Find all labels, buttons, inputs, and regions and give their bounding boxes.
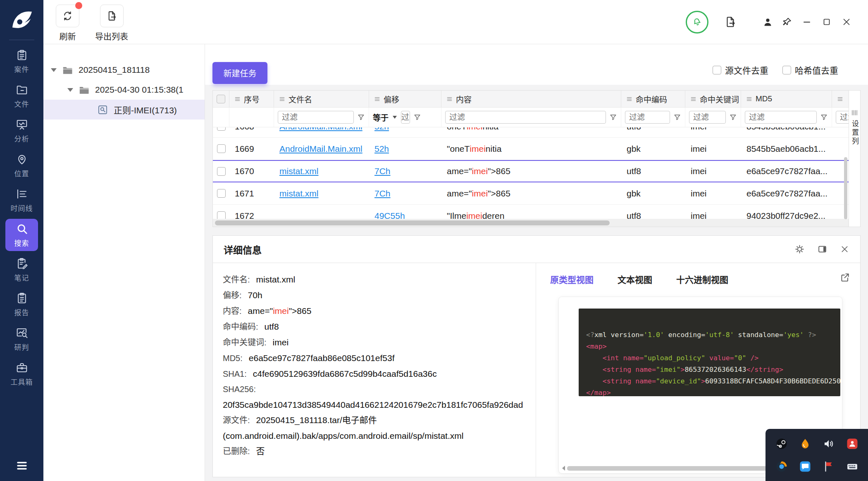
table-row[interactable]: 1670mistat.xml7Chame="imei">865utf8imeie… bbox=[213, 160, 849, 182]
filename-link[interactable]: AndroidMail.Main.xml bbox=[279, 127, 362, 132]
column-header-1[interactable]: 序号 bbox=[229, 91, 274, 107]
security-shield-icon bbox=[846, 438, 858, 450]
viewer-tab-2[interactable]: 十六进制视图 bbox=[676, 273, 728, 285]
sidebar-item-search[interactable]: 搜索 bbox=[5, 219, 38, 251]
row-checkbox[interactable] bbox=[217, 189, 226, 198]
row-select-cell bbox=[213, 205, 229, 220]
steam-tray-button[interactable] bbox=[775, 438, 788, 450]
column-header-2[interactable]: 文件名 bbox=[274, 91, 369, 107]
scrollbar-thumb[interactable] bbox=[215, 220, 610, 225]
offset-link[interactable]: 52h bbox=[374, 127, 389, 132]
filter-cell-keyword bbox=[685, 108, 741, 127]
filename-link[interactable]: AndroidMail.Main.xml bbox=[279, 144, 362, 154]
table-row[interactable]: 1668AndroidMail.Main.xml52honeTimeinitia… bbox=[213, 127, 849, 138]
viewer-tab-0[interactable]: 原类型视图 bbox=[550, 273, 594, 285]
filename-link[interactable]: mistat.xml bbox=[279, 166, 319, 176]
sidebar-item-research[interactable]: 研判 bbox=[5, 323, 38, 355]
sidebar-item-report[interactable]: 报告 bbox=[5, 288, 38, 321]
viewer-tab-1[interactable]: 文本视图 bbox=[618, 273, 652, 285]
table-row[interactable]: 1669AndroidMail.Main.xml52h"oneTimeiniti… bbox=[213, 138, 849, 160]
column-header-4[interactable]: 内容 bbox=[441, 91, 621, 107]
filename-filter-input[interactable] bbox=[278, 111, 354, 124]
export-file-button[interactable] bbox=[724, 16, 737, 28]
export-list-button[interactable]: 导出列表 bbox=[95, 5, 128, 44]
sidebar-item-toolbox[interactable]: 工具箱 bbox=[5, 358, 38, 390]
keyword-highlight: imei bbox=[470, 144, 486, 154]
row-checkbox[interactable] bbox=[217, 127, 226, 131]
tree-item[interactable]: 2025-04-30 01:15:38(1 bbox=[43, 80, 205, 100]
row-md5: 94023b0ff27dc9e2... bbox=[741, 205, 832, 220]
caret-down-icon[interactable] bbox=[51, 68, 57, 72]
row-checkbox[interactable] bbox=[217, 167, 226, 176]
sidebar-item-location[interactable]: 位置 bbox=[5, 149, 38, 182]
open-external-button[interactable] bbox=[839, 272, 850, 285]
sidebar-item-case[interactable]: 案件 bbox=[5, 45, 38, 77]
close-button[interactable] bbox=[842, 17, 851, 27]
detail-field: MD5:e6a5ce97c7827faab86e085c101ef53f bbox=[223, 350, 527, 366]
detail-field-label: 偏移: bbox=[223, 291, 242, 300]
maximize-button[interactable] bbox=[822, 17, 832, 27]
row-checkbox[interactable] bbox=[217, 144, 226, 153]
table-row[interactable]: 167249C55h"Ilmeimeiderenutf8imei94023b0f… bbox=[213, 205, 849, 220]
panel-toggle-icon[interactable] bbox=[817, 244, 827, 254]
offset-link[interactable]: 7Ch bbox=[374, 189, 391, 199]
tree-item-label: 2025-04-30 01:15:38(1 bbox=[95, 85, 184, 95]
refresh-button[interactable]: 刷新 bbox=[56, 5, 79, 44]
md5-filter-input[interactable] bbox=[745, 111, 817, 124]
column-header-3[interactable]: 偏移 bbox=[369, 91, 441, 107]
offset-link[interactable]: 52h bbox=[374, 144, 389, 154]
column-header-6[interactable]: 命中关键词 bbox=[685, 91, 741, 107]
flag-tray-button[interactable] bbox=[823, 460, 835, 473]
sidebar-item-analysis[interactable]: 分析 bbox=[5, 115, 38, 147]
table-row[interactable]: 1671mistat.xml7Chame="imei">865gbkimeie6… bbox=[213, 182, 849, 205]
encoding-filter-input[interactable] bbox=[625, 111, 670, 124]
close-detail-icon[interactable] bbox=[840, 244, 849, 254]
chat-app-tray-button[interactable] bbox=[799, 460, 811, 473]
offset-operator-dropdown[interactable]: 等于 bbox=[373, 112, 389, 123]
new-task-button[interactable]: 新建任务 bbox=[212, 62, 267, 84]
dropdown-caret-icon bbox=[393, 116, 397, 119]
extra-filter-input[interactable] bbox=[836, 111, 849, 124]
tree-item[interactable]: 正则-IMEI(1713) bbox=[43, 100, 205, 120]
row-filename: mistat.xml bbox=[274, 161, 369, 182]
pin-window-button[interactable] bbox=[782, 17, 792, 27]
menu-button[interactable] bbox=[0, 459, 43, 472]
minimize-button[interactable] bbox=[802, 17, 812, 27]
row-extra bbox=[832, 127, 849, 137]
keyboard-tray-button[interactable] bbox=[846, 460, 858, 473]
column-header-extra[interactable] bbox=[832, 91, 849, 107]
content-filter-input[interactable] bbox=[445, 111, 606, 124]
notification-bell-button[interactable] bbox=[686, 11, 708, 34]
filter-funnel-icon bbox=[820, 113, 828, 121]
detail-field-value: utf8 bbox=[265, 322, 279, 331]
volume-tray-button[interactable] bbox=[823, 438, 835, 450]
keyword-filter-input[interactable] bbox=[689, 111, 726, 124]
security-shield-tray-button[interactable] bbox=[846, 438, 858, 450]
column-header-5[interactable]: 命中编码 bbox=[621, 91, 685, 107]
dedup-hash-checkbox[interactable]: 哈希值去重 bbox=[782, 64, 838, 76]
tree-item[interactable]: 20250415_181118 bbox=[43, 60, 205, 80]
row-index: 1672 bbox=[229, 205, 274, 220]
column-settings-tab[interactable]: 设置列 bbox=[849, 91, 860, 227]
caret-down-icon[interactable] bbox=[67, 88, 73, 92]
dedup-source-checkbox[interactable]: 源文件去重 bbox=[713, 64, 768, 76]
vertical-scrollbar[interactable] bbox=[844, 157, 847, 219]
sidebar-item-notes[interactable]: 笔记 bbox=[5, 254, 38, 286]
row-content: ame="imei">865 bbox=[441, 182, 621, 204]
horizontal-scrollbar[interactable] bbox=[213, 219, 849, 227]
offset-filter-input[interactable] bbox=[401, 111, 410, 124]
sidebar-item-timeline[interactable]: 时间线 bbox=[5, 184, 38, 216]
drop-tray-button[interactable] bbox=[799, 438, 811, 450]
offset-link[interactable]: 7Ch bbox=[374, 166, 391, 176]
select-all-checkbox[interactable] bbox=[217, 95, 225, 103]
gear-icon[interactable] bbox=[794, 244, 805, 254]
flag-icon bbox=[823, 460, 835, 473]
column-header-7[interactable]: MD5 bbox=[741, 91, 832, 107]
filename-link[interactable]: mistat.xml bbox=[279, 189, 319, 199]
user-button[interactable] bbox=[762, 17, 773, 28]
maximize-icon bbox=[822, 17, 832, 27]
browser-tray-button[interactable] bbox=[775, 460, 788, 473]
sidebar: 案件文件分析位置时间线搜索笔记报告研判工具箱 bbox=[0, 0, 43, 481]
sidebar-item-files[interactable]: 文件 bbox=[5, 80, 38, 112]
scroll-left-arrow[interactable] bbox=[562, 466, 565, 471]
